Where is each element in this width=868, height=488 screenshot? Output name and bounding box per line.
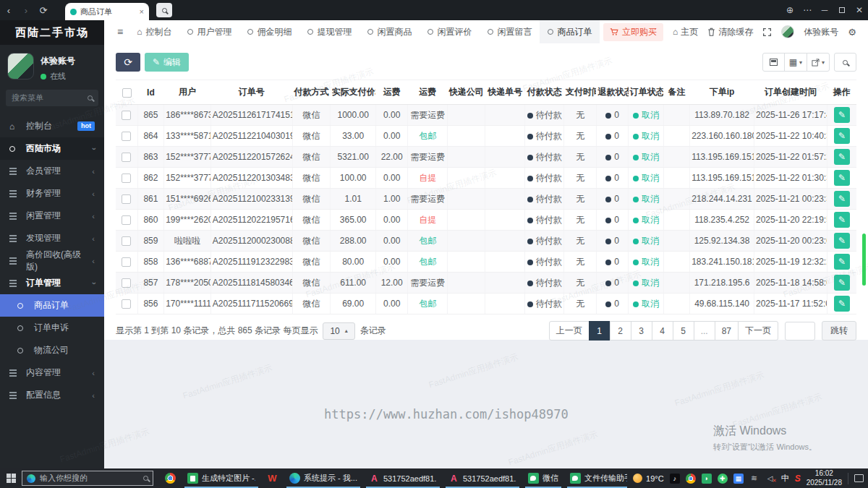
column-header-运费[interactable]: 运费 xyxy=(408,80,448,105)
window-minimize-icon[interactable]: ─ xyxy=(816,5,833,15)
edit-row-button[interactable]: ✎ xyxy=(834,254,850,270)
browser-tab[interactable]: 商品订单 × xyxy=(65,3,149,20)
column-header-Id[interactable]: Id xyxy=(137,80,163,105)
nav-item-商品订单[interactable]: 商品订单 xyxy=(540,20,600,43)
taskbar-app-531752aedf81...[interactable]: A531752aedf81... xyxy=(363,468,443,488)
column-header-下单ip[interactable]: 下单ip xyxy=(690,80,754,105)
edit-row-button[interactable]: ✎ xyxy=(834,275,850,291)
start-button[interactable] xyxy=(0,468,22,488)
browser-back-icon[interactable]: ‹ xyxy=(0,5,17,16)
nav-item-闲置留言[interactable]: 闲置留言 xyxy=(480,20,540,43)
taskbar-app-生成特定图片 -...[interactable]: 生成特定图片 -... xyxy=(182,468,261,488)
page-button-5[interactable]: 5 xyxy=(673,321,694,341)
edit-row-button[interactable]: ✎ xyxy=(834,296,850,312)
row-checkbox[interactable] xyxy=(122,278,131,288)
buy-now-button[interactable]: 立即购买 xyxy=(603,23,663,41)
sidebar-item-控制台[interactable]: ⌂控制台hot xyxy=(0,115,104,137)
sidebar-item-财务管理[interactable]: 财务管理‹ xyxy=(0,182,104,205)
nav-item-控制台[interactable]: ⌂控制台 xyxy=(129,20,179,43)
next-page-button[interactable]: 下一页 xyxy=(738,321,778,341)
sidebar-item-内容管理[interactable]: 内容管理‹ xyxy=(0,361,104,384)
gear-icon[interactable]: ⚙ xyxy=(848,27,856,38)
nav-item-佣金明细[interactable]: 佣金明细 xyxy=(239,20,299,43)
hamburger-icon[interactable]: ≡ xyxy=(111,26,129,38)
sidebar-item-订单申诉[interactable]: 订单申诉 xyxy=(0,317,104,339)
edit-row-button[interactable]: ✎ xyxy=(834,212,850,228)
browser-refresh-icon[interactable]: ⟳ xyxy=(35,5,52,16)
row-checkbox[interactable] xyxy=(122,153,131,162)
taskbar-search-input[interactable]: 输入你想搜的 xyxy=(22,471,153,486)
columns-button[interactable]: ▦▾ xyxy=(784,53,807,72)
row-checkbox[interactable] xyxy=(122,132,131,141)
page-button-1[interactable]: 1 xyxy=(589,321,610,341)
notification-center-icon[interactable] xyxy=(854,474,864,482)
row-checkbox[interactable] xyxy=(122,111,131,120)
page-button-4[interactable]: 4 xyxy=(652,321,673,341)
page-jump-input[interactable] xyxy=(785,322,815,341)
page-button-2[interactable]: 2 xyxy=(610,321,631,341)
select-all-checkbox[interactable] xyxy=(122,88,132,98)
network-tray-icon[interactable]: ≋ xyxy=(749,474,760,484)
chrome-tray-icon[interactable] xyxy=(686,474,696,484)
window-close-icon[interactable]: ✕ xyxy=(851,5,868,15)
taskbar-app-chrome[interactable] xyxy=(159,468,182,488)
page-button-3[interactable]: 3 xyxy=(631,321,652,341)
fullscreen-icon[interactable] xyxy=(762,27,772,37)
taskbar-clock[interactable]: 16:022025/11/28 xyxy=(807,469,842,487)
volume-muted-icon[interactable]: ◁✕ xyxy=(765,474,775,484)
toggle-pagination-button[interactable] xyxy=(762,53,785,72)
column-header-备注[interactable]: 备注 xyxy=(663,80,689,105)
edit-row-button[interactable]: ✎ xyxy=(834,233,850,249)
edit-button[interactable]: ✎编辑 xyxy=(145,53,189,72)
tab-close-icon[interactable]: × xyxy=(140,7,144,16)
sidebar-item-高价回收(高级版)[interactable]: 高价回收(高级版)‹ xyxy=(0,249,104,272)
nav-item-闲置商品[interactable]: 闲置商品 xyxy=(359,20,420,43)
taskbar-app-531752aedf81...[interactable]: A531752aedf81... xyxy=(443,468,522,488)
edit-row-button[interactable]: ✎ xyxy=(834,170,850,186)
page-ellipsis[interactable]: ... xyxy=(694,321,715,341)
edit-row-button[interactable]: ✎ xyxy=(834,107,850,123)
sogou-tray-icon[interactable]: S xyxy=(795,474,801,484)
page-size-select[interactable]: 10▴ xyxy=(323,322,354,340)
column-header-订单号[interactable]: 订单号 xyxy=(210,80,292,105)
prev-page-button[interactable]: 上一页 xyxy=(549,321,590,341)
column-header-付款方式[interactable]: 付款方式 xyxy=(292,80,331,105)
account-avatar[interactable] xyxy=(781,25,794,38)
douyin-tray-icon[interactable]: ♪ xyxy=(670,474,680,484)
export-button[interactable]: ▾ xyxy=(807,53,830,72)
edit-row-button[interactable]: ✎ xyxy=(834,191,850,207)
edit-row-button[interactable]: ✎ xyxy=(834,149,850,165)
column-header-退款状态[interactable]: 退款状态 xyxy=(596,80,628,105)
refresh-button[interactable]: ⟳ xyxy=(116,53,140,72)
sidebar-item-订单管理[interactable]: 订单管理‹ xyxy=(0,272,104,294)
globe-icon[interactable]: ⊕ xyxy=(781,5,799,15)
column-header-操作[interactable]: 操作 xyxy=(827,80,856,105)
taskbar-app-文件传输助手[interactable]: 文件传输助手 xyxy=(564,468,627,488)
row-checkbox[interactable] xyxy=(122,174,131,183)
sidebar-item-商品订单[interactable]: 商品订单 xyxy=(0,294,104,317)
sidebar-item-物流公司[interactable]: 物流公司 xyxy=(0,339,104,361)
window-maximize-icon[interactable] xyxy=(833,5,851,15)
clear-cache-link[interactable]: 清除缓存 xyxy=(707,26,753,38)
taskbar-app-微信[interactable]: 微信 xyxy=(522,468,564,488)
browser-search-button[interactable] xyxy=(156,3,172,17)
column-header-用户[interactable]: 用户 xyxy=(164,80,211,105)
weather-widget[interactable]: 19°C xyxy=(633,474,664,483)
nav-item-用户管理[interactable]: 用户管理 xyxy=(179,20,239,43)
edit-row-button[interactable]: ✎ xyxy=(834,128,850,144)
page-button-87[interactable]: 87 xyxy=(715,321,739,341)
taskbar-app-wps[interactable]: W xyxy=(261,468,284,488)
column-header-快递公司[interactable]: 快递公司 xyxy=(447,80,485,105)
column-header-快递单号[interactable]: 快递单号 xyxy=(485,80,525,105)
row-checkbox[interactable] xyxy=(122,194,131,204)
row-checkbox[interactable] xyxy=(122,299,131,309)
taskbar-app-系统提示 - 我...[interactable]: 系统提示 - 我... xyxy=(284,468,363,488)
nav-item-闲置评价[interactable]: 闲置评价 xyxy=(420,20,480,43)
sidebar-search-input[interactable]: 搜索菜单 xyxy=(6,90,98,106)
home-link[interactable]: ⌂主页 xyxy=(673,26,698,38)
wechat-tray-icon[interactable]: ◗ xyxy=(702,474,712,484)
row-checkbox[interactable] xyxy=(122,236,131,246)
sidebar-item-配置信息[interactable]: 配置信息‹ xyxy=(0,384,104,406)
column-header-付款状态[interactable]: 付款状态 xyxy=(524,80,564,105)
sidebar-item-发现管理[interactable]: 发现管理‹ xyxy=(0,227,104,249)
